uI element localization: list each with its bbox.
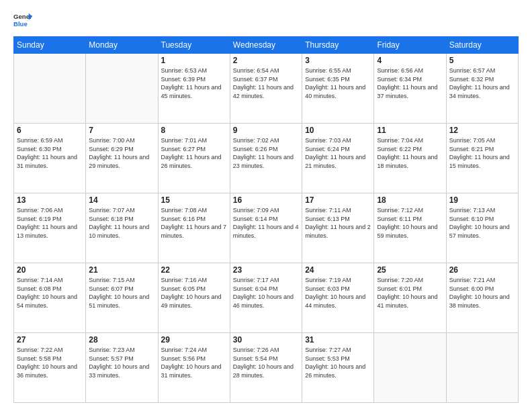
calendar-cell: 2Sunrise: 6:54 AM Sunset: 6:37 PM Daylig… [230, 54, 302, 124]
weekday-header-sunday: Sunday [14, 37, 86, 54]
calendar-cell: 24Sunrise: 7:19 AM Sunset: 6:03 PM Dayli… [302, 263, 374, 333]
weekday-header-thursday: Thursday [302, 37, 374, 54]
day-number: 22 [161, 265, 227, 275]
cell-info: Sunrise: 7:27 AM Sunset: 5:53 PM Dayligh… [305, 346, 371, 379]
calendar-cell: 14Sunrise: 7:07 AM Sunset: 6:18 PM Dayli… [86, 193, 158, 263]
cell-info: Sunrise: 6:54 AM Sunset: 6:37 PM Dayligh… [233, 66, 299, 100]
calendar-cell: 12Sunrise: 7:05 AM Sunset: 6:21 PM Dayli… [446, 124, 518, 193]
day-number: 29 [161, 335, 227, 345]
cell-info: Sunrise: 7:07 AM Sunset: 6:18 PM Dayligh… [89, 206, 154, 240]
cell-info: Sunrise: 7:08 AM Sunset: 6:16 PM Dayligh… [161, 206, 227, 240]
calendar-cell: 7Sunrise: 7:00 AM Sunset: 6:29 PM Daylig… [86, 124, 158, 193]
day-number: 11 [377, 126, 443, 135]
calendar-cell: 27Sunrise: 7:22 AM Sunset: 5:58 PM Dayli… [14, 333, 86, 403]
day-number: 6 [17, 126, 83, 135]
calendar-cell: 3Sunrise: 6:55 AM Sunset: 6:35 PM Daylig… [302, 54, 374, 124]
day-number: 31 [305, 335, 371, 345]
day-number: 25 [377, 265, 443, 275]
cell-info: Sunrise: 7:13 AM Sunset: 6:10 PM Dayligh… [449, 206, 515, 240]
calendar-cell [374, 333, 446, 403]
cell-info: Sunrise: 7:24 AM Sunset: 5:56 PM Dayligh… [161, 346, 227, 379]
calendar-cell: 13Sunrise: 7:06 AM Sunset: 6:19 PM Dayli… [14, 193, 86, 263]
calendar-cell [446, 333, 518, 403]
cell-info: Sunrise: 7:01 AM Sunset: 6:27 PM Dayligh… [161, 136, 227, 170]
calendar-cell: 19Sunrise: 7:13 AM Sunset: 6:10 PM Dayli… [446, 193, 518, 263]
cell-info: Sunrise: 7:17 AM Sunset: 6:04 PM Dayligh… [233, 276, 299, 310]
calendar-cell: 26Sunrise: 7:21 AM Sunset: 6:00 PM Dayli… [446, 263, 518, 333]
weekday-header-monday: Monday [86, 37, 158, 54]
cell-info: Sunrise: 7:06 AM Sunset: 6:19 PM Dayligh… [17, 206, 83, 240]
weekday-header-saturday: Saturday [446, 37, 518, 54]
cell-info: Sunrise: 7:20 AM Sunset: 6:01 PM Dayligh… [377, 276, 443, 310]
day-number: 9 [233, 126, 299, 135]
calendar-cell: 15Sunrise: 7:08 AM Sunset: 6:16 PM Dayli… [158, 193, 230, 263]
logo: General Blue [13, 11, 32, 30]
day-number: 23 [233, 265, 299, 275]
cell-info: Sunrise: 7:22 AM Sunset: 5:58 PM Dayligh… [17, 346, 83, 379]
calendar-cell: 21Sunrise: 7:15 AM Sunset: 6:07 PM Dayli… [86, 263, 158, 333]
weekday-header-tuesday: Tuesday [158, 37, 230, 54]
calendar-table: SundayMondayTuesdayWednesdayThursdayFrid… [13, 36, 519, 403]
day-number: 21 [89, 265, 154, 275]
day-number: 10 [305, 126, 371, 135]
calendar-cell: 10Sunrise: 7:03 AM Sunset: 6:24 PM Dayli… [302, 124, 374, 193]
logo-icon: General Blue [13, 11, 32, 30]
day-number: 15 [161, 195, 227, 205]
day-number: 26 [449, 265, 515, 275]
cell-info: Sunrise: 6:53 AM Sunset: 6:39 PM Dayligh… [161, 66, 227, 100]
calendar-cell [14, 54, 86, 124]
calendar-cell: 22Sunrise: 7:16 AM Sunset: 6:05 PM Dayli… [158, 263, 230, 333]
cell-info: Sunrise: 7:19 AM Sunset: 6:03 PM Dayligh… [305, 276, 371, 310]
calendar-cell [86, 54, 158, 124]
weekday-header-wednesday: Wednesday [230, 37, 302, 54]
day-number: 18 [377, 195, 443, 205]
cell-info: Sunrise: 6:55 AM Sunset: 6:35 PM Dayligh… [305, 66, 371, 100]
calendar-cell: 16Sunrise: 7:09 AM Sunset: 6:14 PM Dayli… [230, 193, 302, 263]
day-number: 14 [89, 195, 154, 205]
cell-info: Sunrise: 7:16 AM Sunset: 6:05 PM Dayligh… [161, 276, 227, 310]
cell-info: Sunrise: 7:21 AM Sunset: 6:00 PM Dayligh… [449, 276, 515, 310]
day-number: 17 [305, 195, 371, 205]
calendar-cell: 6Sunrise: 6:59 AM Sunset: 6:30 PM Daylig… [14, 124, 86, 193]
cell-info: Sunrise: 7:09 AM Sunset: 6:14 PM Dayligh… [233, 206, 299, 240]
calendar-cell: 9Sunrise: 7:02 AM Sunset: 6:26 PM Daylig… [230, 124, 302, 193]
calendar-cell: 8Sunrise: 7:01 AM Sunset: 6:27 PM Daylig… [158, 124, 230, 193]
day-number: 27 [17, 335, 83, 345]
calendar-cell: 30Sunrise: 7:26 AM Sunset: 5:54 PM Dayli… [230, 333, 302, 403]
cell-info: Sunrise: 6:59 AM Sunset: 6:30 PM Dayligh… [17, 136, 83, 170]
day-number: 3 [305, 56, 371, 65]
day-number: 30 [233, 335, 299, 345]
cell-info: Sunrise: 7:26 AM Sunset: 5:54 PM Dayligh… [233, 346, 299, 379]
cell-info: Sunrise: 7:02 AM Sunset: 6:26 PM Dayligh… [233, 136, 299, 170]
calendar-cell: 17Sunrise: 7:11 AM Sunset: 6:13 PM Dayli… [302, 193, 374, 263]
day-number: 13 [17, 195, 83, 205]
calendar-cell: 28Sunrise: 7:23 AM Sunset: 5:57 PM Dayli… [86, 333, 158, 403]
calendar-cell: 23Sunrise: 7:17 AM Sunset: 6:04 PM Dayli… [230, 263, 302, 333]
day-number: 2 [233, 56, 299, 65]
day-number: 28 [89, 335, 154, 345]
day-number: 19 [449, 195, 515, 205]
day-number: 7 [89, 126, 154, 135]
day-number: 8 [161, 126, 227, 135]
calendar-cell: 4Sunrise: 6:56 AM Sunset: 6:34 PM Daylig… [374, 54, 446, 124]
cell-info: Sunrise: 7:05 AM Sunset: 6:21 PM Dayligh… [449, 136, 515, 170]
calendar-cell: 25Sunrise: 7:20 AM Sunset: 6:01 PM Dayli… [374, 263, 446, 333]
calendar-cell: 18Sunrise: 7:12 AM Sunset: 6:11 PM Dayli… [374, 193, 446, 263]
cell-info: Sunrise: 7:12 AM Sunset: 6:11 PM Dayligh… [377, 206, 443, 240]
calendar-cell: 5Sunrise: 6:57 AM Sunset: 6:32 PM Daylig… [446, 54, 518, 124]
cell-info: Sunrise: 7:23 AM Sunset: 5:57 PM Dayligh… [89, 346, 154, 379]
svg-text:Blue: Blue [13, 20, 28, 28]
day-number: 5 [449, 56, 515, 65]
day-number: 16 [233, 195, 299, 205]
cell-info: Sunrise: 7:04 AM Sunset: 6:22 PM Dayligh… [377, 136, 443, 170]
page-header: General Blue [13, 11, 519, 30]
calendar-cell: 20Sunrise: 7:14 AM Sunset: 6:08 PM Dayli… [14, 263, 86, 333]
calendar-cell: 1Sunrise: 6:53 AM Sunset: 6:39 PM Daylig… [158, 54, 230, 124]
cell-info: Sunrise: 7:11 AM Sunset: 6:13 PM Dayligh… [305, 206, 371, 240]
cell-info: Sunrise: 6:56 AM Sunset: 6:34 PM Dayligh… [377, 66, 443, 100]
calendar-cell: 31Sunrise: 7:27 AM Sunset: 5:53 PM Dayli… [302, 333, 374, 403]
cell-info: Sunrise: 7:00 AM Sunset: 6:29 PM Dayligh… [89, 136, 154, 170]
weekday-header-friday: Friday [374, 37, 446, 54]
cell-info: Sunrise: 6:57 AM Sunset: 6:32 PM Dayligh… [449, 66, 515, 100]
day-number: 20 [17, 265, 83, 275]
